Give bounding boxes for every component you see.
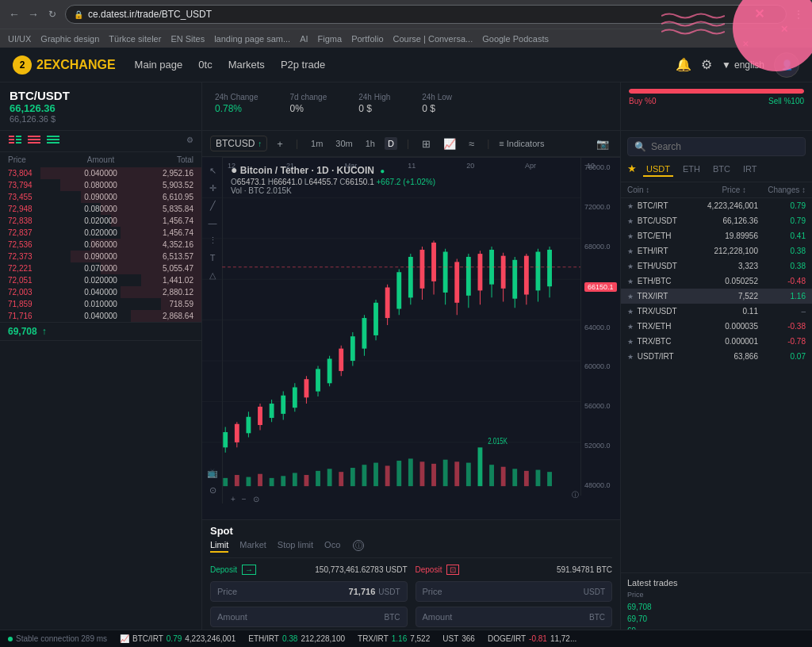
table-row[interactable]: 72,8370.0200001,456.74 xyxy=(0,227,201,239)
chart-compare[interactable]: ≈ xyxy=(465,136,477,151)
language-button[interactable]: ▼ english xyxy=(722,59,764,71)
list-item[interactable]: ★ ETH/USDT 3,323 0.38 xyxy=(621,258,812,274)
sell-amount-input[interactable]: Amount BTC xyxy=(416,607,613,627)
svg-rect-1 xyxy=(9,139,14,140)
list-item[interactable]: ★ ETH/IRT 212,228,100 0.38 xyxy=(621,243,812,258)
notifications-button[interactable]: 🔔 xyxy=(676,57,691,72)
ob-view-all[interactable] xyxy=(8,136,22,147)
bookmark-uiux[interactable]: UI/UX xyxy=(8,34,31,44)
sell-price-input[interactable]: Price USDT xyxy=(416,581,613,602)
table-row[interactable]: 72,2210.0700005,055.47 xyxy=(0,262,201,274)
logo-icon: 2 xyxy=(13,56,32,75)
forward-button[interactable]: → xyxy=(27,8,40,21)
timeframe-d[interactable]: D xyxy=(385,137,397,150)
buy-balance: 150,773,461.62783 USDT xyxy=(261,565,408,574)
bookmark-landing[interactable]: landing page sam... xyxy=(214,34,290,44)
back-button[interactable]: ← xyxy=(8,8,21,21)
search-input[interactable] xyxy=(651,141,799,152)
indicators-button[interactable]: ≡ Indicators xyxy=(499,139,544,148)
svg-rect-99 xyxy=(466,463,471,487)
coin-filter-star[interactable]: ★ xyxy=(627,163,637,177)
ticker-btcirt: 📈 BTC/IRT 0.79 4,223,246,001 xyxy=(120,634,236,643)
bookmark-graphic[interactable]: Graphic design xyxy=(40,34,99,44)
bookmark-podcasts[interactable]: Google Podcasts xyxy=(482,34,549,44)
coin-filter-btc[interactable]: BTC xyxy=(710,163,733,177)
address-bar[interactable]: 🔒 ce.datest.ir/trade/BTC_USDT xyxy=(65,5,787,24)
order-type-oco[interactable]: Oco xyxy=(324,540,340,553)
timeframe-1m[interactable]: 1m xyxy=(308,137,326,150)
nav-main-page[interactable]: Main page xyxy=(135,56,183,74)
add-symbol-button[interactable]: + xyxy=(274,136,286,151)
list-item[interactable]: ★ TRX/USDT 0.11 – xyxy=(621,304,812,319)
bookmark-en[interactable]: EN Sites xyxy=(170,34,205,44)
bookmark-figma[interactable]: Figma xyxy=(318,34,343,44)
order-type-limit[interactable]: Limit xyxy=(210,540,228,553)
ob-mid-price: 69,708 ↑ xyxy=(0,322,201,341)
ob-view-sell[interactable] xyxy=(46,136,60,147)
list-item[interactable]: ★ BTC/IRT 4,223,246,001 0.79 xyxy=(621,198,812,213)
bookmark-ai[interactable]: AI xyxy=(300,34,308,44)
table-row[interactable]: 72,0030.0400002,880.12 xyxy=(0,286,201,298)
nav-markets[interactable]: Markets xyxy=(228,56,265,74)
coin-filter-usdt[interactable]: USDT xyxy=(643,163,673,177)
list-item[interactable]: ★ BTC/USDT 66,126.36 0.79 xyxy=(621,213,812,228)
buy-price-input[interactable]: Price 71,716 USDT xyxy=(210,581,408,602)
table-row[interactable]: 72,8380.0200001,456.74 xyxy=(0,215,201,227)
svg-rect-82 xyxy=(270,478,274,486)
svg-rect-7 xyxy=(28,139,40,140)
buy-amount-input[interactable]: Amount BTC xyxy=(210,607,408,627)
order-info-icon[interactable]: ⓘ xyxy=(353,540,364,551)
chart-symbol-selector[interactable]: BTCUSD ↑ xyxy=(210,136,267,151)
nav-p2p[interactable]: P2p trade xyxy=(281,56,325,74)
ob-settings-icon[interactable]: ⚙ xyxy=(186,136,193,147)
order-book: ⚙ Price Amount Total 73,8040.0400002,952… xyxy=(0,131,202,637)
sell-deposit-icon[interactable]: ⊡ xyxy=(446,565,459,575)
table-row[interactable]: 72,3730.0900006,513.57 xyxy=(0,251,201,262)
table-row[interactable]: 73,8040.0400002,952.16 xyxy=(0,167,201,179)
list-item[interactable]: ★ ETH/BTC 0.050252 -0.48 xyxy=(621,274,812,289)
table-row[interactable]: 71,8590.010000718.59 xyxy=(0,298,201,310)
sell-deposit-link[interactable]: Deposit xyxy=(416,565,442,574)
table-row[interactable]: 73,4550.0900006,610.95 xyxy=(0,191,201,203)
chart-camera-button[interactable]: 📷 xyxy=(593,136,612,151)
order-type-stop[interactable]: Stop limit xyxy=(278,540,313,553)
list-item[interactable]: ★ TRX/IRT 7,522 1.16 xyxy=(621,289,812,304)
svg-rect-81 xyxy=(258,474,262,486)
reload-button[interactable]: ↻ xyxy=(46,8,59,21)
chart-camera[interactable]: ⊙ xyxy=(253,495,259,503)
nav-otc[interactable]: 0tc xyxy=(198,56,212,74)
table-row[interactable]: 72,0510.0200001,441.02 xyxy=(0,274,201,286)
chart-toggle-info[interactable]: ⓘ xyxy=(572,490,579,500)
svg-rect-96 xyxy=(431,464,436,486)
table-row[interactable]: 71,7160.0400002,868.64 xyxy=(0,310,201,322)
chart-zoom-in[interactable]: + xyxy=(231,495,236,503)
bookmark-course[interactable]: Course | Conversa... xyxy=(393,34,473,44)
list-item[interactable]: ★ TRX/ETH 0.000035 -0.38 xyxy=(621,319,812,334)
svg-rect-68 xyxy=(501,256,506,289)
chart-type-line[interactable]: 📈 xyxy=(440,136,459,151)
bookmark-turkce[interactable]: Türkce siteler xyxy=(109,34,161,44)
timeframe-1h[interactable]: 1h xyxy=(362,137,378,150)
pair-price: 66,126.36 xyxy=(10,102,192,114)
list-item[interactable]: ★ TRX/BTC 0.000001 -0.78 xyxy=(621,334,812,349)
timeframe-30m[interactable]: 30m xyxy=(332,137,355,150)
chart-type-candle[interactable]: ⊞ xyxy=(419,136,434,151)
chart-canvas[interactable]: ↖ ✛ ╱ — ⋮ T △ 📺 ⊙ ● Bitcoin / Tether · 1… xyxy=(202,157,620,519)
buy-deposit-link[interactable]: Deposit xyxy=(210,565,237,574)
sell-pct-label: Sell %100 xyxy=(768,97,804,105)
avatar-button[interactable]: 👤 xyxy=(774,52,799,78)
settings-button[interactable]: ⚙ xyxy=(701,57,712,72)
coin-filter-eth[interactable]: ETH xyxy=(680,163,703,177)
list-item[interactable]: ★ BTC/ETH 19.89956 0.41 xyxy=(621,228,812,243)
coin-filter-irt[interactable]: IRT xyxy=(740,163,760,177)
table-row[interactable]: 73,7940.0800005,903.52 xyxy=(0,179,201,191)
table-row[interactable]: 72,5360.0600004,352.16 xyxy=(0,239,201,251)
chart-symbol-arrow: ↑ xyxy=(258,140,262,148)
buy-deposit-icon[interactable]: → xyxy=(242,565,256,575)
chart-zoom-out[interactable]: − xyxy=(242,495,247,503)
order-type-market[interactable]: Market xyxy=(239,540,266,553)
bookmark-portfolio[interactable]: Portfolio xyxy=(351,34,383,44)
list-item[interactable]: ★ USDT/IRT 63,866 0.07 xyxy=(621,349,812,364)
table-row[interactable]: 72,9480.0800005,835.84 xyxy=(0,203,201,215)
ob-view-buy[interactable] xyxy=(27,136,41,147)
